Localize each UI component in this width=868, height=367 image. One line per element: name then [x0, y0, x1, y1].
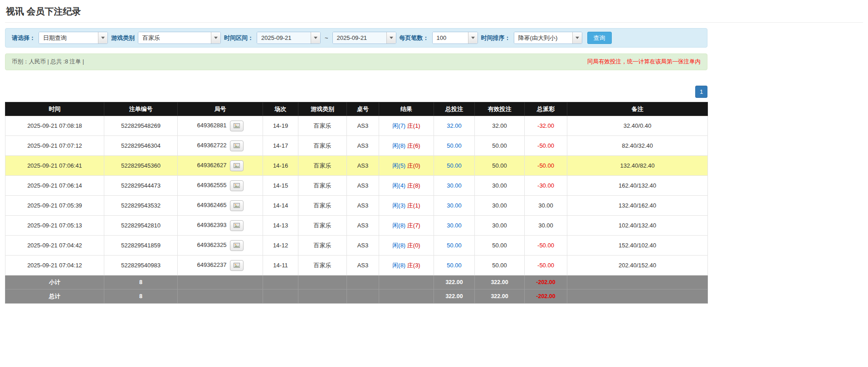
cell-payout: -32.00: [525, 116, 567, 136]
cell-bet-id: 522829540983: [104, 256, 178, 275]
cell-game-type: 百家乐: [298, 136, 347, 156]
chevron-down-icon[interactable]: [572, 32, 582, 43]
grand-total-valid-bet: 322.00: [475, 290, 525, 304]
cell-bet-id: 522829544473: [104, 176, 178, 196]
round-number: 649362325: [197, 241, 226, 248]
total-bet-link[interactable]: 30.00: [447, 202, 462, 209]
table-row: 2025-09-21 07:05:39522829543532649362465…: [5, 196, 708, 216]
chevron-down-icon[interactable]: [311, 32, 320, 43]
table-row: 2025-09-21 07:07:12522829546304649362722…: [5, 136, 708, 156]
total-bet-link[interactable]: 30.00: [447, 182, 462, 189]
cell-total-bet: 50.00: [434, 256, 475, 275]
column-header: 有效投注: [475, 102, 525, 116]
result-banker: 庄(6): [407, 142, 420, 149]
cell-session: 14-19: [263, 116, 298, 136]
round-number: 649362627: [197, 162, 226, 169]
game-type-select[interactable]: 百家乐: [138, 32, 221, 44]
result-player: 闲(4): [392, 182, 405, 189]
cell-game-type: 百家乐: [298, 176, 347, 196]
bet-records-table: 时间注单编号局号场次游戏类别桌号结果总投注有效投注总派彩备注 2025-09-2…: [5, 102, 708, 304]
sort-order-value[interactable]: 降幂(由大到小): [514, 32, 572, 43]
cell-total-bet: 50.00: [434, 236, 475, 256]
column-header: 场次: [263, 102, 298, 116]
cell-time: 2025-09-21 07:06:41: [5, 156, 104, 176]
cell-result: 闲(8) 庄(3): [379, 256, 434, 275]
date-to-input[interactable]: 2025-09-21: [332, 32, 396, 44]
page-number-button[interactable]: 1: [695, 86, 707, 98]
grand-total-payout: -202.00: [525, 290, 567, 304]
cell-table-no: AS3: [347, 156, 379, 176]
round-image-icon-button[interactable]: [230, 140, 244, 151]
result-player: 闲(8): [392, 142, 405, 149]
date-to-value[interactable]: 2025-09-21: [333, 32, 386, 43]
cell-session: 14-16: [263, 156, 298, 176]
date-query-select-value[interactable]: 日期查询: [39, 32, 98, 43]
chevron-down-icon[interactable]: [98, 32, 107, 43]
cell-valid-bet: 32.00: [475, 116, 525, 136]
round-image-icon-button[interactable]: [230, 200, 244, 211]
chevron-down-icon[interactable]: [468, 32, 478, 43]
search-button[interactable]: 查询: [587, 32, 612, 44]
cell-bet-id: 522829542810: [104, 216, 178, 236]
cell-round: 649362325: [178, 236, 263, 256]
column-header: 总派彩: [525, 102, 567, 116]
filter-bar: 请选择： 日期查询 游戏类别 百家乐 时间区间： 2025-09-21 ~ 20…: [5, 28, 707, 48]
cell-valid-bet: 50.00: [475, 256, 525, 275]
round-image-icon-button[interactable]: [230, 121, 244, 131]
date-from-value[interactable]: 2025-09-21: [257, 32, 311, 43]
cell-game-type: 百家乐: [298, 116, 347, 136]
cell-note: 32.40/0.40: [567, 116, 708, 136]
cell-time: 2025-09-21 07:07:12: [5, 136, 104, 156]
payout-value: -32.00: [537, 122, 554, 129]
round-image-icon-button[interactable]: [230, 180, 244, 191]
cell-round: 649362722: [178, 136, 263, 156]
cell-payout: -50.00: [525, 236, 567, 256]
chevron-down-icon[interactable]: [211, 32, 220, 43]
grand-total-empty-cell: [379, 290, 434, 304]
cell-session: 14-13: [263, 216, 298, 236]
cell-valid-bet: 50.00: [475, 156, 525, 176]
grand-total-total-bet: 322.00: [434, 290, 475, 304]
total-bet-link[interactable]: 50.00: [447, 242, 462, 249]
round-image-icon-button[interactable]: [230, 260, 244, 271]
range-separator: ~: [324, 34, 329, 41]
column-header: 注单编号: [104, 102, 178, 116]
cell-round: 649362555: [178, 176, 263, 196]
chevron-down-icon[interactable]: [386, 32, 396, 43]
cell-table-no: AS3: [347, 196, 379, 216]
total-bet-link[interactable]: 50.00: [447, 162, 462, 169]
total-bet-link[interactable]: 50.00: [447, 142, 462, 149]
subtotal-empty-cell: [347, 275, 379, 290]
total-bet-link[interactable]: 50.00: [447, 262, 462, 269]
game-type-select-value[interactable]: 百家乐: [138, 32, 211, 43]
payout-value: -50.00: [537, 142, 554, 149]
cell-time: 2025-09-21 07:04:12: [5, 256, 104, 275]
cell-table-no: AS3: [347, 136, 379, 156]
payout-value: 30.00: [538, 202, 553, 209]
round-image-icon-button[interactable]: [230, 160, 244, 171]
total-bet-link[interactable]: 32.00: [447, 122, 462, 129]
total-bet-link[interactable]: 30.00: [447, 222, 462, 229]
grand-total-row: 总计 8 322.00 322.00 -202.00: [5, 290, 708, 304]
page-size-label: 每页笔数：: [400, 34, 429, 42]
cell-total-bet: 30.00: [434, 176, 475, 196]
sort-order-select[interactable]: 降幂(由大到小): [514, 32, 582, 44]
date-query-select[interactable]: 日期查询: [39, 32, 108, 44]
cell-payout: -50.00: [525, 256, 567, 275]
page-size-value[interactable]: 100: [433, 32, 468, 43]
cell-session: 14-12: [263, 236, 298, 256]
cell-total-bet: 32.00: [434, 116, 475, 136]
round-image-icon-button[interactable]: [230, 240, 244, 251]
round-image-icon-button[interactable]: [230, 220, 244, 231]
cell-payout: -50.00: [525, 136, 567, 156]
payout-value: 30.00: [538, 222, 553, 229]
cell-round: 649362465: [178, 196, 263, 216]
result-player: 闲(7): [392, 122, 405, 129]
cell-note: 202.40/152.40: [567, 256, 708, 275]
page-size-input[interactable]: 100: [432, 32, 478, 44]
grand-total-empty-cell: [567, 290, 708, 304]
cell-session: 14-11: [263, 256, 298, 275]
cell-payout: 30.00: [525, 196, 567, 216]
cell-session: 14-15: [263, 176, 298, 196]
date-from-input[interactable]: 2025-09-21: [257, 32, 321, 44]
